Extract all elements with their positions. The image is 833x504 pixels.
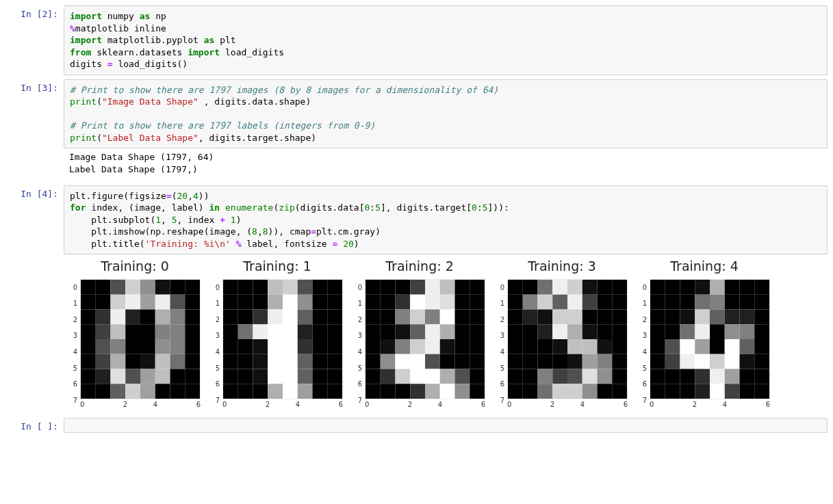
svg-rect-186 [396, 384, 411, 399]
svg-rect-6 [170, 280, 185, 295]
code-editor[interactable] [64, 418, 828, 433]
svg-rect-243 [552, 369, 567, 384]
svg-rect-37 [155, 339, 170, 354]
svg-rect-296 [650, 354, 665, 369]
tick-label: 0 [507, 401, 537, 408]
svg-rect-239 [612, 354, 627, 369]
svg-rect-116 [283, 369, 298, 384]
svg-rect-139 [410, 295, 425, 310]
code-editor[interactable]: # Print to show there are 1797 images (8… [64, 79, 828, 149]
svg-rect-177 [381, 369, 396, 384]
x-ticks: 0246 [507, 401, 628, 408]
svg-rect-278 [740, 310, 755, 325]
tick-label: 1 [496, 295, 504, 312]
tick-label: 4 [140, 401, 170, 408]
tick-label: 6 [354, 376, 362, 393]
tick-label: 3 [212, 328, 220, 344]
svg-rect-198 [598, 280, 613, 295]
svg-rect-60 [140, 384, 155, 399]
svg-rect-218 [538, 325, 553, 340]
svg-rect-111 [327, 354, 342, 369]
svg-rect-100 [283, 339, 298, 354]
svg-rect-55 [185, 369, 200, 384]
svg-rect-79 [327, 295, 342, 310]
svg-rect-253 [582, 384, 598, 399]
svg-rect-300 [710, 354, 725, 369]
svg-rect-90 [253, 325, 268, 340]
svg-rect-19 [125, 310, 140, 325]
svg-rect-169 [381, 354, 396, 369]
svg-rect-315 [695, 384, 710, 399]
code-editor[interactable]: import numpy as np %matplotlib inline im… [64, 5, 828, 75]
svg-rect-294 [740, 339, 755, 354]
subplot-title: Training: 0 [101, 258, 169, 274]
svg-rect-291 [695, 339, 710, 354]
svg-rect-318 [740, 384, 755, 399]
tick-label: 6 [170, 401, 201, 408]
tick-label: 6 [598, 401, 628, 408]
svg-rect-107 [268, 354, 283, 369]
tick-label: 6 [212, 376, 220, 393]
svg-rect-270 [740, 295, 755, 310]
subplot: Training: 1012345670246 [212, 258, 343, 408]
svg-rect-241 [523, 369, 538, 384]
svg-rect-292 [710, 339, 725, 354]
x-ticks: 0246 [365, 401, 485, 408]
svg-rect-125 [298, 384, 313, 399]
svg-rect-173 [440, 354, 455, 369]
svg-rect-16 [81, 310, 96, 325]
svg-rect-209 [523, 310, 538, 325]
svg-rect-214 [598, 310, 613, 325]
svg-rect-238 [598, 354, 613, 369]
svg-rect-248 [508, 384, 523, 399]
svg-rect-182 [455, 369, 470, 384]
svg-rect-143 [470, 295, 485, 310]
svg-rect-206 [598, 295, 613, 310]
svg-rect-88 [223, 325, 238, 340]
svg-rect-257 [665, 280, 680, 295]
svg-rect-179 [410, 369, 425, 384]
subplot-title: Training: 1 [243, 258, 311, 274]
svg-rect-124 [283, 384, 298, 399]
svg-rect-63 [185, 384, 200, 399]
y-ticks: 01234567 [212, 279, 220, 408]
svg-rect-157 [440, 325, 455, 340]
svg-rect-147 [410, 310, 425, 325]
tick-label: 2 [639, 312, 647, 328]
svg-rect-3 [125, 280, 140, 295]
svg-rect-242 [538, 369, 553, 384]
svg-rect-180 [425, 369, 440, 384]
tick-label: 0 [650, 401, 680, 408]
tick-label: 7 [69, 393, 77, 409]
svg-rect-277 [725, 310, 740, 325]
svg-rect-152 [366, 325, 381, 340]
svg-rect-162 [396, 339, 411, 354]
svg-rect-164 [425, 339, 440, 354]
svg-rect-235 [552, 354, 567, 369]
svg-rect-118 [313, 369, 328, 384]
svg-rect-314 [680, 384, 695, 399]
svg-rect-268 [710, 295, 725, 310]
svg-rect-0 [81, 280, 96, 295]
svg-rect-247 [612, 369, 627, 384]
tick-label: 4 [496, 344, 504, 360]
svg-rect-141 [440, 295, 455, 310]
svg-rect-64 [223, 280, 238, 295]
svg-rect-57 [96, 384, 111, 399]
digit-image [365, 279, 485, 399]
svg-rect-69 [298, 280, 313, 295]
svg-rect-97 [238, 339, 253, 354]
stdout-output: Image Data Shape (1797, 64) Label Data S… [64, 148, 828, 181]
svg-rect-91 [268, 325, 283, 340]
svg-rect-156 [425, 325, 440, 340]
svg-rect-252 [567, 384, 582, 399]
svg-rect-225 [523, 339, 538, 354]
svg-rect-313 [665, 384, 680, 399]
svg-rect-200 [508, 295, 523, 310]
svg-rect-73 [238, 295, 253, 310]
y-ticks: 01234567 [639, 279, 647, 408]
tick-label: 1 [212, 295, 220, 312]
axes: 012345670246 [354, 279, 485, 408]
jupyter-notebook: In [2]: import numpy as np %matplotlib i… [0, 0, 833, 442]
code-editor[interactable]: plt.figure(figsize=(20,4)) for index, (i… [64, 185, 828, 255]
